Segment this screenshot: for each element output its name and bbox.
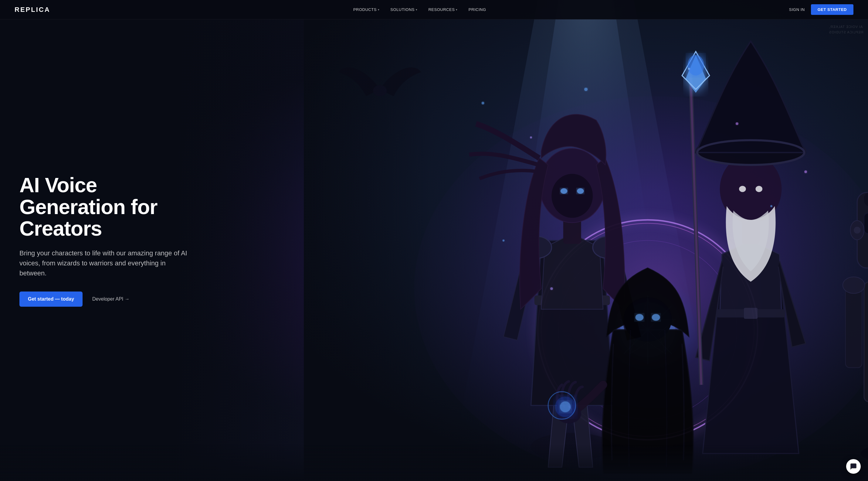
nav-link-pricing[interactable]: PRICING [469, 7, 486, 12]
svg-rect-51 [864, 282, 868, 402]
nav-link-solutions[interactable]: SOLUTIONS ▾ [390, 7, 417, 12]
get-started-nav-button[interactable]: GET STARTED [811, 4, 854, 15]
chevron-down-icon: ▾ [416, 8, 417, 11]
svg-point-44 [560, 401, 571, 412]
nav-link-resources[interactable]: RESOURCES ▾ [428, 7, 457, 12]
nav-item-solutions[interactable]: SOLUTIONS ▾ [390, 7, 417, 12]
svg-point-80 [503, 240, 505, 242]
hero-subtitle: Bring your characters to life with our a… [20, 248, 189, 278]
logo[interactable]: REPLICA [14, 6, 51, 14]
nav-link-products[interactable]: PRODUCTS ▾ [353, 7, 379, 12]
svg-point-56 [843, 277, 865, 293]
svg-point-78 [688, 68, 690, 70]
nav-item-resources[interactable]: RESOURCES ▾ [428, 7, 457, 12]
svg-rect-62 [864, 213, 868, 234]
svg-rect-84 [304, 0, 414, 481]
svg-rect-25 [744, 308, 757, 319]
svg-point-20 [552, 174, 593, 218]
hero-actions: Get started — today Developer API → [20, 292, 193, 307]
nav-links: PRODUCTS ▾ SOLUTIONS ▾ RESOURCES ▾ PRICI… [353, 7, 486, 12]
get-started-hero-button[interactable]: Get started — today [20, 292, 83, 307]
hero-title: AI Voice Generation for Creators [20, 174, 193, 239]
svg-rect-55 [845, 285, 862, 368]
svg-point-21 [561, 188, 567, 194]
nav-right: SIGN IN GET STARTED [789, 4, 854, 15]
svg-point-40 [635, 314, 643, 321]
svg-point-83 [804, 170, 807, 173]
svg-point-33 [726, 167, 775, 219]
svg-point-76 [530, 136, 532, 139]
svg-point-34 [739, 186, 746, 192]
nav-item-products[interactable]: PRODUCTS ▾ [353, 7, 379, 12]
svg-point-77 [584, 88, 588, 91]
nav-item-pricing[interactable]: PRICING [469, 7, 486, 12]
svg-point-68 [854, 227, 861, 234]
svg-point-81 [550, 287, 553, 290]
developer-api-link[interactable]: Developer API → [92, 296, 130, 302]
chevron-down-icon: ▾ [456, 8, 458, 11]
watermark: AI VOICE TALKER, REPLICA STUDIOS [829, 24, 863, 35]
svg-point-82 [770, 205, 772, 207]
svg-point-22 [577, 188, 584, 194]
navbar: REPLICA PRODUCTS ▾ SOLUTIONS ▾ RESOURCES… [0, 0, 868, 20]
svg-point-30 [687, 55, 704, 76]
svg-point-41 [652, 314, 660, 321]
chat-widget[interactable] [846, 459, 861, 474]
hero-content: AI Voice Generation for Creators Bring y… [0, 174, 212, 306]
svg-point-35 [755, 186, 763, 192]
chevron-down-icon: ▾ [378, 8, 380, 11]
sign-in-link[interactable]: SIGN IN [789, 7, 805, 12]
svg-point-79 [736, 122, 738, 125]
hero-section: AI VOICE TALKER, REPLICA STUDIOS AI Voic… [0, 0, 868, 481]
chat-icon [850, 463, 857, 470]
svg-point-14 [531, 433, 613, 461]
hero-illustration [304, 0, 868, 481]
svg-point-75 [482, 102, 485, 104]
